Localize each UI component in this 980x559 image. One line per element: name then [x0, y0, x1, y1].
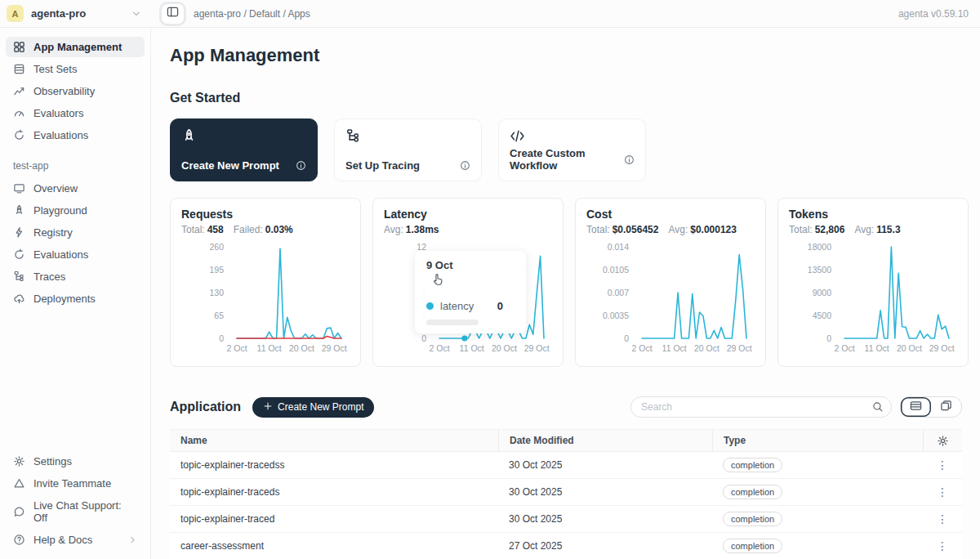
chart-card-requests: RequestsTotal:458Failed:0.03%26019513065… [170, 198, 361, 367]
workspace-selector[interactable]: A agenta-pro [0, 5, 151, 22]
table-row-topic-explainer-tracedss[interactable]: topic-explainer-tracedss30 Oct 2025compl… [170, 452, 962, 479]
chart-plot-requests: 2601951306502 Oct11 Oct20 Oct29 Oct [181, 239, 350, 361]
sidebar-item-invite-teammate[interactable]: Invite Teammate [6, 473, 145, 494]
table-view-button[interactable] [901, 397, 931, 417]
get-started-card-create-custom-workflow[interactable]: Create Custom Workflow [498, 119, 646, 181]
svg-text:9000: 9000 [813, 288, 832, 297]
search-icon [872, 401, 884, 413]
search-icon[interactable] [872, 401, 884, 413]
tooltip-value: 0 [497, 300, 514, 312]
type-badge: completion [723, 485, 782, 499]
svg-text:20 Oct: 20 Oct [289, 343, 314, 353]
sidebar-item-live-chat-support-off[interactable]: Live Chat Support: Off [6, 495, 145, 528]
sidebar-item-playground[interactable]: Playground [6, 200, 145, 221]
table-row-topic-explainer-traceds[interactable]: topic-explainer-traceds30 Oct 2025comple… [170, 479, 962, 506]
info-icon[interactable] [624, 154, 635, 165]
table-row-topic-explainer-traced[interactable]: topic-explainer-traced30 Oct 2025complet… [170, 506, 962, 533]
top-bar: A agenta-pro agenta-pro / Default / Apps… [0, 0, 980, 28]
sidebar-item-label: Evaluations [33, 129, 88, 141]
search-box [630, 396, 892, 418]
sidebar-item-help-docs[interactable]: Help & Docs [6, 530, 145, 550]
svg-text:2 Oct: 2 Oct [429, 343, 449, 353]
cloud-icon [13, 293, 25, 305]
svg-text:18000: 18000 [808, 242, 831, 252]
chevron-down-icon [131, 9, 141, 19]
sidebar-item-label: Overview [33, 182, 78, 195]
sidebar-item-test-sets[interactable]: Test Sets [6, 59, 145, 79]
type-badge: completion [723, 458, 782, 472]
info-icon[interactable] [460, 160, 470, 171]
sidebar-toggle-button[interactable] [162, 4, 184, 24]
sidebar-item-settings[interactable]: Settings [6, 451, 145, 472]
gear-icon [13, 455, 25, 467]
sidebar-item-traces[interactable]: Traces [6, 266, 145, 287]
get-started-card-create-new-prompt[interactable]: Create New Prompt [170, 119, 318, 181]
card-label: Create Custom Workflow [510, 147, 624, 172]
card-view-button[interactable] [931, 397, 961, 417]
tooltip-series-row: latency 0 [426, 300, 514, 312]
row-menu-button[interactable]: ⋮ [932, 458, 953, 472]
sidebar-item-overview[interactable]: Overview [6, 178, 145, 199]
application-title: Application [170, 400, 241, 414]
breadcrumb: agenta-pro / Default / Apps [194, 8, 310, 20]
tooltip-date: 9 Oct [426, 259, 514, 271]
info-icon[interactable] [296, 160, 306, 171]
chart-title: Cost [586, 208, 755, 221]
card-label: Create New Prompt [181, 159, 279, 172]
app-version: agenta v0.59.10 [898, 8, 980, 20]
plus-icon [263, 401, 273, 414]
chart-title: Requests [181, 208, 350, 221]
app-name: topic-explainer-traced [170, 513, 498, 525]
svg-text:2 Oct: 2 Oct [834, 343, 854, 353]
sidebar-item-label: Test Sets [33, 63, 77, 75]
app-name: topic-explainer-traceds [170, 486, 498, 498]
sidebar-group-label-test-app: test-app [13, 160, 145, 172]
help-icon [13, 534, 25, 546]
sidebar: App ManagementTest SetsObservabilityEval… [0, 28, 151, 559]
plus-icon [263, 401, 273, 411]
svg-text:20 Oct: 20 Oct [492, 343, 517, 353]
chart-card-tokens: TokensTotal:52,806Avg:115.31800013500900… [777, 198, 969, 367]
svg-text:0: 0 [421, 333, 426, 343]
sidebar-item-evaluations[interactable]: Evaluations [6, 125, 145, 145]
sidebar-item-evaluations[interactable]: Evaluations [6, 244, 145, 265]
tree-icon [13, 271, 25, 283]
hand-cursor-icon [432, 273, 514, 290]
svg-text:29 Oct: 29 Oct [727, 343, 752, 353]
create-new-prompt-button[interactable]: Create New Prompt [252, 397, 374, 418]
sidebar-item-label: Help & Docs [33, 534, 92, 546]
svg-text:0.007: 0.007 [608, 288, 629, 297]
column-settings[interactable] [923, 430, 962, 451]
table-row-career-assessment[interactable]: career-assessment27 Oct 2025completion⋮ [170, 533, 962, 559]
search-input[interactable] [630, 396, 892, 418]
view-toggle [900, 396, 962, 418]
triangle-icon [13, 477, 25, 490]
chart-stats: Total:458Failed:0.03% [181, 224, 350, 235]
sidebar-item-app-management[interactable]: App Management [6, 37, 145, 57]
row-menu-button[interactable]: ⋮ [932, 485, 953, 499]
sidebar-item-deployments[interactable]: Deployments [6, 288, 145, 309]
tooltip-series-label: latency [440, 300, 474, 312]
tree-icon [345, 128, 361, 144]
chart-plot-cost: 0.0140.01050.0070.003502 Oct11 Oct20 Oct… [586, 239, 755, 361]
sidebar-item-registry[interactable]: Registry [6, 222, 145, 243]
sidebar-item-label: Traces [33, 271, 65, 283]
app-date-modified: 30 Oct 2025 [498, 513, 712, 525]
app-date-modified: 30 Oct 2025 [498, 486, 712, 498]
chat-icon [13, 506, 25, 518]
svg-text:20 Oct: 20 Oct [897, 343, 922, 353]
row-menu-button[interactable]: ⋮ [932, 539, 953, 553]
svg-text:0: 0 [826, 333, 831, 343]
sidebar-item-observability[interactable]: Observability [6, 81, 145, 101]
chart-card-cost: CostTotal:$0.056452Avg:$0.0001230.0140.0… [575, 198, 766, 367]
info-icon [296, 160, 306, 171]
chart-icon [13, 85, 25, 97]
get-started-card-set-up-tracing[interactable]: Set Up Tracing [334, 119, 482, 181]
sidebar-item-evaluators[interactable]: Evaluators [6, 103, 145, 123]
row-menu-button[interactable]: ⋮ [932, 512, 953, 526]
info-icon [624, 154, 635, 165]
card-view-icon [940, 400, 952, 412]
table-view-icon [910, 400, 922, 415]
workspace-name: agenta-pro [31, 7, 86, 20]
type-badge: completion [723, 539, 782, 553]
